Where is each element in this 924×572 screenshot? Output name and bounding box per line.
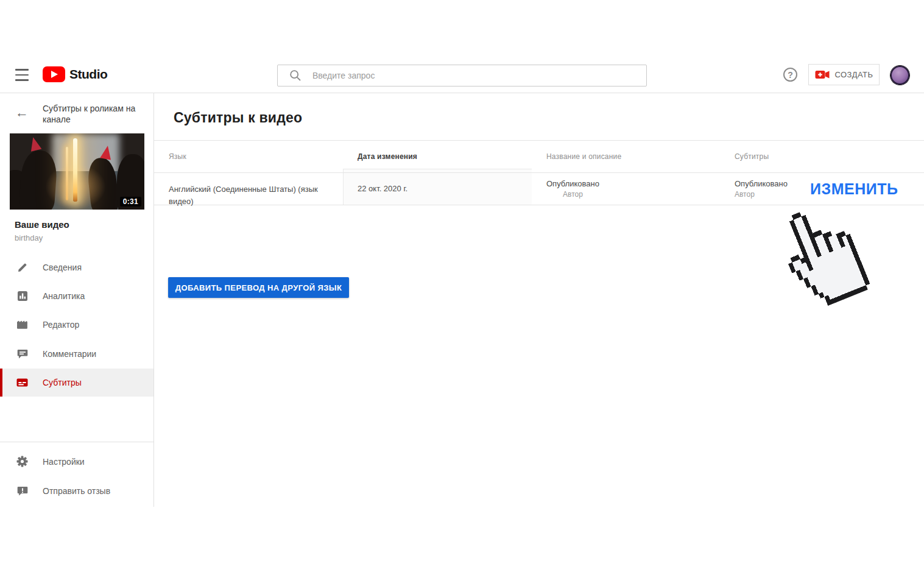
subtitles-icon (16, 377, 28, 389)
youtube-play-icon (43, 66, 65, 82)
page-title: Субтитры к видео (174, 110, 302, 126)
create-button-label: СОЗДАТЬ (835, 70, 873, 79)
sidebar-section-divider (0, 442, 153, 442)
sidebar-item-details[interactable]: Сведения (0, 253, 153, 281)
column-header-title-description: Название и описание (546, 152, 621, 161)
pencil-icon (16, 261, 28, 273)
duration-badge: 0:31 (120, 197, 141, 207)
create-button[interactable]: СОЗДАТЬ (808, 64, 880, 85)
sidebar-item-settings[interactable]: Настройки (0, 447, 153, 476)
hamburger-menu-icon[interactable] (15, 69, 29, 81)
studio-wordmark: Studio (69, 67, 107, 82)
table-top-border (154, 140, 924, 141)
search-input[interactable] (312, 71, 646, 80)
table-header-border (154, 172, 924, 173)
back-arrow-icon[interactable]: ← (15, 106, 29, 119)
row-date: 22 окт. 2020 г. (358, 184, 407, 193)
clapperboard-icon (16, 319, 28, 330)
help-button[interactable]: ? (783, 68, 797, 82)
add-translation-button[interactable]: ДОБАВИТЬ ПЕРЕВОД НА ДРУГОЙ ЯЗЫК (168, 277, 349, 298)
column-header-subtitles: Субтитры (735, 152, 769, 161)
account-avatar[interactable] (890, 66, 909, 85)
video-subtitle: birthday (15, 233, 43, 242)
comment-icon (16, 348, 28, 359)
row-language: Английский (Соединенные Штаты) (язык вид… (169, 183, 332, 208)
search-icon (289, 69, 302, 82)
video-thumbnail[interactable]: 0:31 (10, 133, 144, 210)
bar-chart-icon (16, 290, 28, 302)
sidebar-divider (153, 93, 154, 507)
youtube-studio-logo[interactable]: Studio (43, 66, 107, 82)
row-title-status: Опубликовано Автор (546, 179, 599, 199)
row-subtitles-status: Опубликовано Автор (735, 179, 788, 199)
column-header-language[interactable]: Язык (169, 152, 186, 161)
column-header-date[interactable]: Дата изменения (358, 152, 417, 161)
youtube-studio-window: Studio ? СОЗДАТЬ ← Субтитры к роликам на… (0, 0, 924, 572)
sidebar-item-editor[interactable]: Редактор (0, 310, 153, 339)
sidebar-item-analytics[interactable]: Аналитика (0, 281, 153, 310)
edit-link[interactable]: ИЗМЕНИТЬ (810, 180, 898, 198)
sidebar-item-feedback[interactable]: Отправить отзыв (0, 476, 153, 505)
gear-icon (16, 456, 28, 467)
question-mark-icon: ? (788, 70, 793, 80)
sidebar-item-subtitles[interactable]: Субтитры (0, 369, 153, 397)
sidebar-item-comments[interactable]: Комментарии (0, 339, 153, 368)
hand-cursor-icon (772, 194, 880, 314)
header-divider (0, 93, 924, 93)
sidebar-back-title[interactable]: Субтитры к роликам на канале (43, 104, 140, 125)
search-bar[interactable] (277, 65, 647, 87)
video-title: Ваше видео (15, 219, 69, 230)
video-create-icon (815, 70, 830, 79)
feedback-icon (16, 485, 28, 496)
sparkler (73, 138, 77, 202)
